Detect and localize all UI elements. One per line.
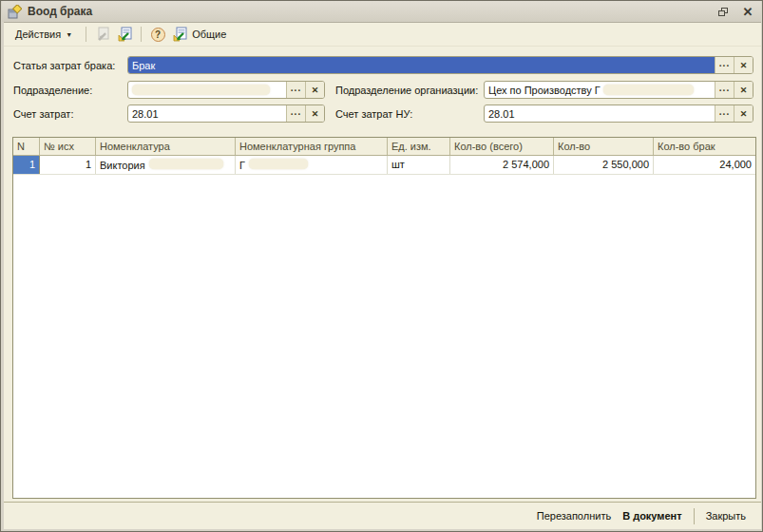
unit-cell[interactable]: шт: [388, 156, 450, 174]
redaction: [132, 85, 270, 95]
titlebar: Воод брака ✕: [2, 1, 761, 22]
cost-account-clear-button[interactable]: ✕: [305, 105, 324, 122]
close-button[interactable]: Закрыть: [700, 507, 752, 524]
table-header-row: N № исх Номенклатура Номенклатурная груп…: [13, 138, 755, 156]
actions-menu-button[interactable]: Действия ▼: [10, 27, 78, 42]
cost-account-nu-label: Счет затрат НУ:: [335, 108, 412, 120]
column-header-n[interactable]: N: [13, 138, 40, 155]
cost-account-nu-field[interactable]: 28.01 ... ✕: [484, 104, 753, 123]
common-document-icon: [171, 26, 188, 43]
department-picker-button[interactable]: ...: [286, 82, 305, 98]
cost-item-value[interactable]: Брак: [128, 57, 715, 73]
department-value[interactable]: [128, 82, 286, 98]
org-department-value[interactable]: Цех по Производству Г: [485, 82, 715, 98]
cost-item-picker-button[interactable]: ...: [715, 57, 734, 73]
qty-cell[interactable]: 2 550,000: [554, 156, 654, 174]
cost-item-label: Статья затрат брака:: [13, 60, 115, 71]
redaction: [149, 159, 223, 169]
column-header-nom-group[interactable]: Номенклатурная группа: [236, 138, 388, 155]
nom-group-text: Г: [239, 160, 245, 171]
to-document-button[interactable]: В документ: [617, 507, 687, 524]
refill-document-icon[interactable]: [116, 26, 133, 43]
toolbar-separator: [86, 27, 86, 42]
redaction: [249, 159, 308, 169]
cost-account-nu-picker-button[interactable]: ...: [715, 105, 734, 122]
org-department-picker-button[interactable]: ...: [715, 82, 734, 98]
qty-total-cell[interactable]: 2 574,000: [450, 156, 554, 174]
nomenclature-text: Виктория: [100, 160, 145, 171]
department-field[interactable]: ... ✕: [127, 81, 325, 99]
defect-entry-window: Воод брака ✕ Действия ▼: [0, 0, 763, 532]
cost-account-nu-value[interactable]: 28.01: [485, 105, 715, 122]
column-header-qty-defect[interactable]: Кол-во брак: [654, 138, 755, 155]
toolbar: Действия ▼: [4, 23, 761, 47]
refill-button[interactable]: Перезаполнить: [531, 507, 617, 524]
column-header-nomenclature[interactable]: Номенклатура: [96, 138, 236, 155]
client-area: Действия ▼: [4, 22, 761, 529]
defects-table: N № исх Номенклатура Номенклатурная груп…: [12, 137, 756, 499]
form-icon: [8, 5, 22, 19]
chevron-down-icon: ▼: [66, 31, 72, 38]
cost-account-value[interactable]: 28.01: [128, 105, 286, 122]
org-department-label: Подразделение органиазции:: [335, 85, 478, 96]
column-header-num-src[interactable]: № исх: [40, 138, 96, 155]
cost-account-picker-button[interactable]: ...: [286, 105, 305, 122]
help-button[interactable]: ?: [149, 26, 166, 43]
window-controls: ✕: [715, 5, 755, 18]
footer-separator: [694, 508, 695, 524]
help-icon: ?: [151, 28, 165, 42]
org-department-text: Цех по Производству Г: [488, 85, 601, 96]
restore-icon: [718, 8, 728, 16]
cost-account-field[interactable]: 28.01 ... ✕: [127, 104, 325, 123]
common-label: Общие: [192, 28, 226, 40]
table-row[interactable]: 1 1 Виктория Г шт 2 574,000 2 550,000 24…: [13, 156, 755, 175]
close-icon: ✕: [743, 6, 753, 18]
column-header-qty-total[interactable]: Кол-во (всего): [450, 138, 554, 155]
nom-group-cell[interactable]: Г: [236, 156, 388, 174]
fill-from-document-icon: [94, 26, 111, 43]
cost-item-field[interactable]: Брак ... ✕: [127, 56, 753, 74]
redaction: [603, 85, 694, 95]
column-header-qty[interactable]: Кол-во: [554, 138, 654, 155]
row-number-cell[interactable]: 1: [13, 156, 40, 174]
org-department-clear-button[interactable]: ✕: [734, 82, 753, 98]
common-button[interactable]: Общие: [171, 26, 226, 43]
department-clear-button[interactable]: ✕: [305, 82, 324, 98]
column-header-unit[interactable]: Ед. изм.: [388, 138, 450, 155]
actions-label: Действия: [15, 28, 61, 40]
num-src-cell[interactable]: 1: [40, 156, 96, 174]
cost-account-label: Счет затрат:: [13, 108, 73, 120]
nomenclature-cell[interactable]: Виктория: [96, 156, 236, 174]
cost-account-nu-clear-button[interactable]: ✕: [734, 105, 753, 122]
restore-window-button[interactable]: [715, 5, 731, 18]
org-department-field[interactable]: Цех по Производству Г ... ✕: [484, 81, 753, 99]
close-window-button[interactable]: ✕: [740, 5, 755, 18]
cost-item-clear-button[interactable]: ✕: [734, 57, 753, 73]
toolbar-separator: [141, 27, 142, 42]
department-label: Подразделение:: [13, 85, 92, 96]
window-title: Воод брака: [28, 5, 715, 18]
footer-bar: Перезаполнить В документ Закрыть: [4, 502, 761, 529]
qty-defect-cell[interactable]: 24,000: [654, 156, 755, 174]
